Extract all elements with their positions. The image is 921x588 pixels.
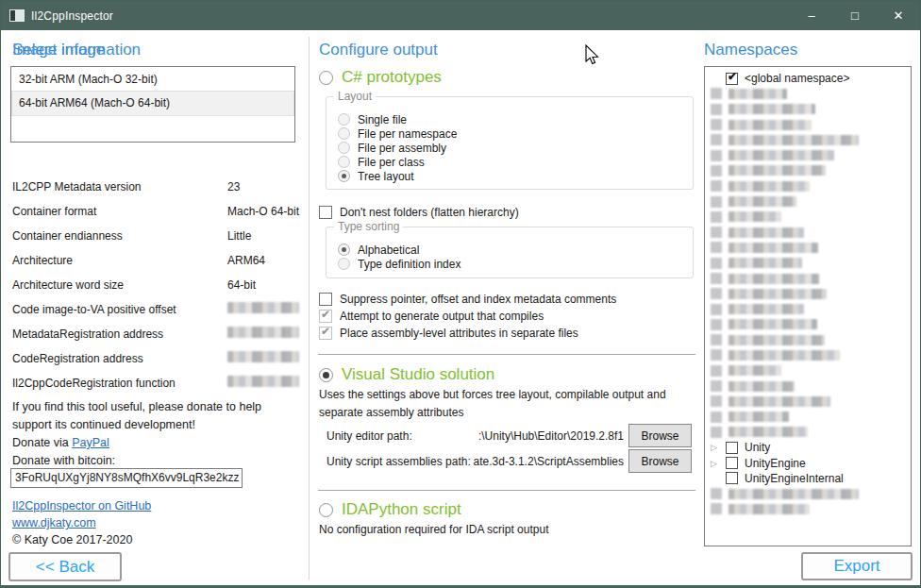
info-value: ARM64 [227, 254, 265, 267]
image-list-item[interactable]: 64-bit ARM64 (Mach-O 64-bit) [12, 92, 293, 115]
namespace-row[interactable]: ✔ Unity [705, 440, 911, 455]
namespace-row[interactable]: ✔ [705, 193, 911, 209]
namespace-row[interactable]: ✔ [705, 286, 911, 301]
namespace-row[interactable]: ✔ [705, 486, 911, 501]
layout-radio-label: Tree layout [358, 170, 414, 183]
namespaces-panel: Namespaces ✔ <global namespace> ✔ [704, 31, 913, 585]
namespaces-tree[interactable]: ✔ <global namespace> ✔ ✔ [704, 66, 912, 546]
layout-options: Single file File per namespace File per … [327, 97, 693, 183]
layout-radio[interactable]: File per class [338, 155, 693, 169]
namespace-row[interactable]: ✔ [705, 410, 911, 425]
layout-radio[interactable]: Tree layout [338, 169, 693, 183]
flatten-checkbox-label: Don't nest folders (flatten hierarchy) [340, 206, 519, 219]
namespace-row[interactable]: ✔ [705, 86, 911, 101]
redacted-namespace-label [728, 165, 826, 176]
namespace-row[interactable]: ✔ [705, 317, 911, 332]
layout-radio[interactable]: File per assembly [338, 141, 693, 155]
donate-via-text: Donate via [12, 436, 72, 449]
namespace-row[interactable]: ✔ [705, 501, 911, 516]
image-info-row: Container format Mach-O 64-bit [12, 201, 301, 226]
redacted-checkbox [711, 258, 722, 269]
namespace-row[interactable]: ✔ UnityEngineInternal [705, 471, 911, 486]
redacted-checkbox [711, 119, 722, 130]
back-button[interactable]: << Back [8, 552, 122, 581]
website-link[interactable]: www.djkaty.com [12, 516, 96, 529]
type-sorting-radio-label: Alphabetical [358, 244, 419, 257]
maximize-button[interactable]: □ [833, 1, 877, 30]
expander-icon[interactable] [711, 443, 726, 452]
close-button[interactable]: ✕ [877, 1, 920, 30]
namespace-checkbox-icon[interactable]: ✔ [726, 472, 738, 484]
info-value: 23 [227, 180, 240, 193]
namespace-row[interactable]: ✔ [705, 301, 911, 316]
window-title: Il2CppInspector [31, 9, 113, 23]
namespace-row[interactable]: ✔ [705, 363, 911, 378]
output-option-checkbox[interactable]: ✔ Attempt to generate output that compil… [319, 308, 616, 325]
namespace-row[interactable]: ✔ [705, 163, 911, 178]
unity-editor-browse-button[interactable]: Browse [628, 424, 692, 447]
namespace-row[interactable]: ✔ [705, 394, 911, 409]
namespace-checkbox-icon[interactable]: ✔ [726, 73, 738, 85]
redacted-checkbox [711, 180, 722, 192]
unity-editor-path-value[interactable]: :\Unity\Hub\Editor\2019.2.8f1 [478, 429, 624, 443]
namespace-label: UnityEngine [745, 457, 806, 470]
namespace-checkbox-icon[interactable]: ✔ [726, 442, 738, 454]
namespace-row[interactable]: ✔ [705, 240, 911, 255]
namespace-row[interactable]: ✔ [705, 256, 911, 271]
info-value: 64-bit [227, 278, 256, 292]
namespace-row[interactable]: ✔ [705, 347, 911, 362]
output-option-checkbox[interactable]: ✔ Place assembly-level attributes in sep… [319, 325, 616, 342]
output-option-checkbox[interactable]: ✔ Suppress pointer, offset and index met… [319, 291, 616, 308]
info-label: IL2CPP Metadata version [12, 180, 142, 193]
flatten-checkbox[interactable]: ✔ Don't nest folders (flatten hierarchy) [319, 206, 519, 219]
unity-script-path-value[interactable]: ate.3d-3.1.2\ScriptAssemblies [474, 455, 624, 468]
image-info-row: Code image-to-VA positive offset [12, 299, 301, 324]
namespace-row[interactable]: ✔ [705, 378, 911, 394]
redacted-checkbox [711, 211, 722, 223]
visual-studio-radio[interactable]: Visual Studio solution [319, 365, 494, 384]
image-list-item-label: 32-bit ARM (Mach-O 32-bit) [19, 73, 158, 86]
radio-icon [319, 503, 333, 517]
type-sorting-radio[interactable]: Alphabetical [338, 243, 693, 257]
checkbox-label: Attempt to generate output that compiles [340, 310, 544, 323]
namespace-row[interactable]: ✔ [705, 225, 911, 240]
checkbox-icon: ✔ [319, 293, 332, 306]
minimize-button[interactable]: – [790, 1, 833, 30]
namespace-row[interactable]: ✔ [705, 425, 911, 440]
type-sorting-radio-label: Type definition index [358, 258, 460, 271]
checkbox-icon: ✔ [319, 327, 332, 340]
image-info-row: Architecture word size 64-bit [12, 275, 301, 299]
namespace-row[interactable]: ✔ [705, 102, 911, 117]
redacted-value [227, 327, 299, 338]
export-button[interactable]: Export [801, 552, 913, 580]
namespace-row[interactable]: ✔ [705, 147, 911, 162]
namespace-row[interactable]: ✔ [705, 117, 911, 132]
namespace-row[interactable]: ✔ <global namespace> [705, 71, 911, 86]
namespace-row[interactable]: ✔ UnityEngine [705, 455, 911, 470]
layout-radio-label: File per namespace [358, 127, 457, 141]
idapython-radio[interactable]: IDAPython script [319, 500, 461, 519]
csharp-prototypes-radio[interactable]: C# prototypes [319, 68, 442, 87]
namespace-checkbox-icon[interactable]: ✔ [726, 457, 738, 469]
image-list-item[interactable]: 32-bit ARM (Mach-O 32-bit) [12, 68, 293, 92]
redacted-checkbox [711, 304, 722, 315]
type-sorting-radio[interactable]: Type definition index [338, 257, 693, 271]
redacted-value [227, 376, 299, 387]
paypal-link[interactable]: PayPal [72, 436, 109, 449]
unity-script-browse-button[interactable]: Browse [628, 449, 692, 473]
namespace-row[interactable]: ✔ [705, 271, 911, 286]
namespace-row[interactable]: ✔ [705, 332, 911, 347]
namespace-row[interactable]: ✔ [705, 132, 911, 147]
layout-radio[interactable]: Single file [338, 112, 693, 126]
namespace-row[interactable]: ✔ [705, 210, 911, 225]
image-listbox[interactable]: 32-bit ARM (Mach-O 32-bit)64-bit ARM64 (… [10, 66, 295, 143]
layout-radio[interactable]: File per namespace [338, 126, 693, 141]
info-label: Code image-to-VA positive offset [12, 303, 176, 316]
bitcoin-address-field[interactable]: 3FoRUqUXgYj8NY8sMQfhX6vv9LqR3e2kzz [10, 468, 243, 488]
expander-icon[interactable] [711, 459, 726, 468]
image-info-row: Container endianness Little [12, 226, 301, 250]
github-link[interactable]: Il2CppInspector on GitHub [12, 499, 151, 512]
unity-editor-path-label: Unity editor path: [327, 429, 412, 443]
redacted-checkbox [711, 503, 722, 514]
namespace-row[interactable]: ✔ [705, 178, 911, 193]
